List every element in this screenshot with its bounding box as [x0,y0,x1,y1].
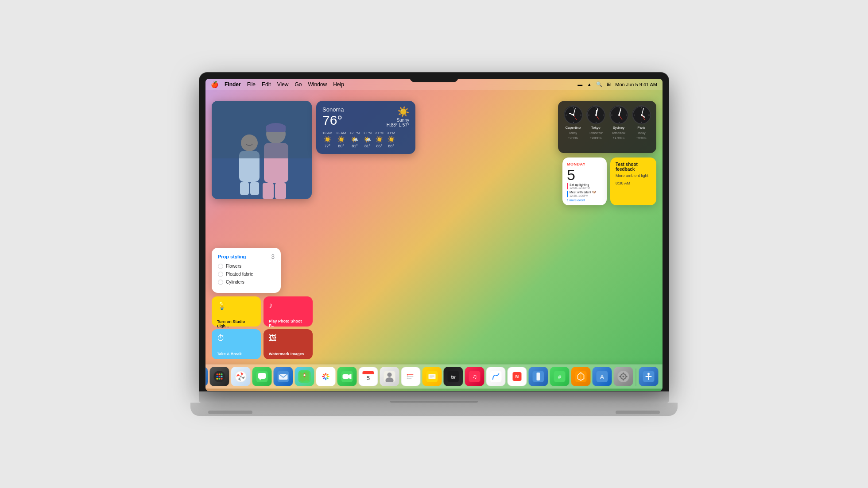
dock-photos[interactable] [316,367,336,386]
dock-mail[interactable] [274,367,293,386]
svg-point-60 [221,378,223,380]
search-icon[interactable]: 🔍 [596,81,602,87]
dock-system-prefs[interactable] [614,367,633,386]
reminder-text-3: Cylinders [226,280,244,284]
svg-rect-10 [250,182,259,195]
photo-svg [212,101,312,199]
dock-safari[interactable] [231,367,251,386]
shortcut-break[interactable]: ⏱ Take A Break [212,329,261,359]
reminders-header: Prop styling 3 [218,253,275,260]
file-menu[interactable]: File [247,81,256,88]
shortcut-music-icon: ♪ [269,301,307,310]
reminders-title: Prop styling [218,254,246,259]
notch [410,73,458,82]
forecast-3pm: 3 PM ☀️ 88° [387,131,395,148]
foot-right [616,411,660,414]
dock-contacts[interactable] [380,367,399,386]
shortcut-studio-light[interactable]: 💡 Turn on Studio Ligh... [212,296,261,327]
svg-rect-3 [263,183,274,199]
dock-messages[interactable] [252,367,272,386]
reminder-circle-3 [218,280,223,285]
dock-tv[interactable]: tv [444,367,463,386]
help-menu[interactable]: Help [333,81,344,88]
svg-marker-87 [349,374,352,379]
clock-face-tokyo [586,105,605,124]
apple-logo-icon[interactable]: 🍎 [211,81,218,88]
svg-rect-9 [240,182,249,195]
menu-bar-left: 🍎 Finder File Edit View Go Window Help [211,81,344,88]
dock-calendar[interactable]: 5 [359,367,378,386]
dock-appstore[interactable]: A [593,367,612,386]
weather-sun-icon: ☀️ [387,106,409,118]
foot-left [208,411,252,414]
dock-freeform[interactable] [486,367,506,386]
shortcut-photo-shoot[interactable]: ♪ Play Photo Shoot P... [264,296,313,327]
svg-point-53 [219,373,221,375]
dock-news[interactable]: N [508,367,527,386]
finder-menu[interactable]: Finder [225,81,241,88]
hinge-line [390,401,478,403]
dock-separator [636,369,636,386]
clock-city-sydney: Sydney [612,126,624,130]
dock-notes[interactable] [422,367,442,386]
clock-day-paris: Today [637,131,646,134]
clock-offset-sydney: +17HRS [612,136,624,139]
go-menu[interactable]: Go [295,81,302,88]
dock-launchpad[interactable] [210,367,229,386]
macbook-container: 🍎 Finder File Edit View Go Window Help ▬… [190,73,678,416]
reminders-widget: Prop styling 3 Flowers Pleated fabric Cy… [212,248,281,293]
dock-numbers[interactable]: # [550,367,570,386]
clock-paris: Paris Today +9HRS [632,105,651,149]
chassis-bottom [199,391,669,403]
svg-point-54 [221,373,223,375]
macbook-base [190,403,678,416]
shortcut-watermark[interactable]: 🖼 Watermark Images [264,329,313,359]
dock-maps[interactable] [295,367,314,386]
svg-point-101 [407,377,408,379]
dock-reminders[interactable] [401,367,421,386]
calendar-event-1: Set up lighting 12:00–12:30PM [567,183,602,189]
dock-accessibility[interactable] [639,367,659,386]
wifi-icon: ▲ [587,82,592,87]
photo-image [212,101,312,199]
clock-city-tokyo: Tokyo [591,126,601,130]
svg-point-75 [304,374,306,376]
svg-point-29 [595,114,597,116]
shortcut-watermark-label: Watermark Images [269,352,307,356]
dock-music[interactable]: ♫ [465,367,484,386]
reminder-flowers: Flowers [218,264,275,269]
svg-rect-76 [320,371,332,382]
svg-point-58 [217,378,218,380]
svg-line-78 [327,374,328,375]
reminder-fabric: Pleated fabric [218,272,275,277]
shortcut-photo-label: Play Photo Shoot P... [269,319,307,328]
forecast-11am: 11 AM ☀️ 80° [336,131,346,148]
clock-tokyo: Tokyo Tomorrow +16HRS [586,105,606,149]
screen-bezel: 🍎 Finder File Edit View Go Window Help ▬… [199,73,669,391]
dock-iphone-mirroring[interactable] [529,367,548,386]
dock-keynote[interactable] [571,367,591,386]
dock-trash[interactable] [660,367,663,386]
view-menu[interactable]: View [277,81,289,88]
dock-finder[interactable] [205,367,208,386]
svg-rect-90 [363,373,374,374]
shortcuts-area: 💡 Turn on Studio Ligh... ♪ Play Photo Sh… [212,296,313,359]
svg-point-67 [240,376,242,377]
menu-bar-right: ▬ ▲ 🔍 ⊞ Mon Jun 5 9:41 AM [577,81,657,87]
forecast-10am: 10 AM ☀️ 77° [322,131,333,148]
edit-menu[interactable]: Edit [262,81,271,88]
svg-point-38 [618,114,620,116]
svg-text:A: A [600,373,604,380]
svg-text:#: # [558,374,561,380]
svg-text:tv: tv [451,374,456,380]
note-time: 8:30 AM [616,181,651,185]
control-center-icon[interactable]: ⊞ [607,81,611,87]
svg-rect-116 [537,373,540,380]
svg-text:N: N [515,374,519,379]
battery-icon: ▬ [577,82,582,87]
note-widget: Test shoot feedback More ambient light 8… [610,158,656,205]
clocks-widget: Cupertino Today +0HRS [558,101,656,153]
dock-facetime[interactable] [337,367,357,386]
window-menu[interactable]: Window [308,81,327,88]
forecast-2pm: 2 PM ☀️ 85° [375,131,384,148]
